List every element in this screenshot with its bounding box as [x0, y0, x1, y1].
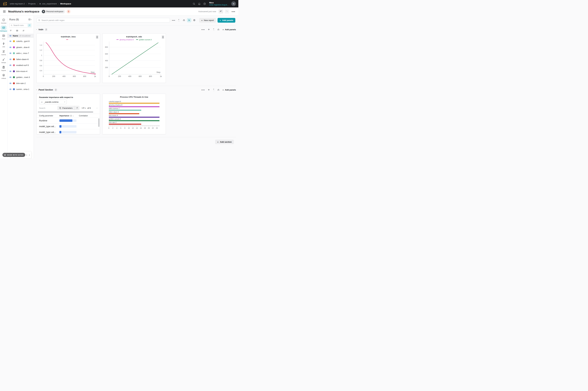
run-row[interactable]: exalted-surf-5: [7, 62, 34, 68]
visibility-eye-icon[interactable]: [9, 40, 11, 42]
run-row[interactable]: summ...sma-1: [7, 86, 34, 92]
add-panels-label: Add panels: [222, 19, 233, 21]
sort-desc-icon: ↓: [73, 115, 74, 117]
chevron-left-icon[interactable]: ‹: [26, 153, 27, 156]
visibility-eye-icon[interactable]: [9, 82, 11, 85]
sidebar-item-artifacts[interactable]: Artifacts: [0, 73, 7, 79]
group-list-icon[interactable]: [16, 29, 18, 32]
run-row[interactable]: glowin...dow-8: [7, 44, 34, 50]
user-org-link[interactable]: smle-registries-bug-b...: [209, 4, 229, 6]
section-add-panels-button[interactable]: + Add panels: [222, 89, 236, 91]
settings-gear-icon[interactable]: ⚙: [192, 18, 196, 22]
help-icon[interactable]: [203, 2, 206, 5]
visibility-eye-icon[interactable]: [9, 76, 11, 78]
vertical-scrollbar[interactable]: [98, 118, 100, 127]
clear-workspace-button[interactable]: [67, 9, 71, 13]
page-range-selector[interactable]: 1-9 ▼: [82, 107, 86, 109]
scrollbar-thumb[interactable]: [38, 111, 93, 112]
x-axis-settings-icon[interactable]: x→: [213, 28, 214, 31]
chevron-left-icon[interactable]: ‹: [97, 106, 98, 109]
runs-column-name: Name: [13, 35, 18, 37]
run-row[interactable]: wild-c...mos-7: [7, 50, 34, 56]
axis-tick: [109, 126, 109, 127]
drag-handle[interactable]: [162, 35, 164, 39]
more-options-icon[interactable]: ●●●: [201, 89, 205, 91]
more-options-icon[interactable]: ●●●: [171, 18, 176, 22]
run-name: summ...sma-1: [16, 88, 29, 90]
visibility-eye-icon[interactable]: [9, 46, 11, 48]
panel-search-input[interactable]: [41, 19, 168, 21]
importance-row: model_type.val...: [37, 123, 100, 129]
hamburger-menu-icon[interactable]: [3, 10, 6, 12]
drag-handle[interactable]: [96, 35, 99, 39]
collapse-section-icon[interactable]: ›: [36, 90, 38, 90]
redo-button[interactable]: ↷: [225, 9, 229, 13]
filter-icon[interactable]: [9, 29, 12, 32]
run-row[interactable]: golden...nset-3: [7, 74, 34, 80]
parameters-label: Parameters: [62, 107, 73, 109]
visibility-eye-icon[interactable]: [9, 58, 11, 60]
wandb-logo-icon[interactable]: [2, 1, 7, 6]
legend-entry[interactable]: glowing-shadow-8: [117, 39, 134, 41]
collapse-section-icon[interactable]: ›: [36, 29, 38, 30]
workspace-selector[interactable]: N Personal workspace: [41, 9, 65, 13]
importance-heading: Parameter importance with respect to: [37, 94, 100, 98]
magic-wand-button[interactable]: [75, 106, 80, 110]
run-row[interactable]: trim-moon-4: [7, 68, 34, 74]
visibility-eye-icon[interactable]: [9, 64, 11, 66]
new-report-button[interactable]: + New report: [199, 18, 216, 23]
visibility-eye-icon[interactable]: [9, 88, 11, 90]
sidebar-item-automat[interactable]: Automat.: [0, 49, 7, 55]
visibility-eye-icon[interactable]: [9, 52, 11, 54]
x-axis-settings-icon[interactable]: x→: [177, 18, 181, 22]
notifications-bell-icon[interactable]: [198, 2, 201, 5]
section-add-panels-button[interactable]: + Add panels: [222, 28, 236, 31]
sidebar-item-jobs[interactable]: Jobs: [0, 41, 7, 48]
smoothing-iron-icon[interactable]: [182, 18, 186, 22]
sidebar-item-runs[interactable]: Runs: [0, 33, 7, 40]
expand-runs-icon[interactable]: ›: [31, 18, 32, 21]
runs-table-toggle-icon[interactable]: [28, 18, 31, 21]
breadcrumb-project[interactable]: zoo_experiment: [39, 2, 57, 5]
sidebar-item-reports[interactable]: Reports: [0, 65, 7, 71]
breadcrumb-workspace[interactable]: Workspace: [60, 2, 71, 5]
visibility-eye-icon[interactable]: [9, 35, 11, 37]
sidebar-item-sweeps[interactable]: Sweeps: [0, 57, 7, 63]
sparkle-icon[interactable]: [208, 28, 210, 31]
legend-entry[interactable]: : -: [66, 39, 70, 40]
page-total: of 9: [87, 107, 91, 109]
axis-tick-label: 2: [112, 127, 113, 129]
runs-search-input[interactable]: [13, 24, 27, 26]
more-options-icon[interactable]: ●●●: [232, 11, 235, 12]
avatar[interactable]: N: [231, 1, 236, 6]
legend-entry[interactable]: golden-sunset-3: [136, 39, 152, 41]
outliers-scatter-icon[interactable]: [187, 18, 191, 22]
metric-dropdown[interactable]: _wandb.runtime ›: [39, 100, 67, 104]
run-row[interactable]: colorfu...gurt-9: [7, 38, 34, 44]
breadcrumb-team[interactable]: smle-reg-team-2: [10, 2, 25, 5]
importance-search-input[interactable]: Search: [39, 107, 57, 109]
search-icon[interactable]: [193, 2, 195, 5]
run-row[interactable]: trim-rain-2: [7, 80, 34, 87]
breadcrumb-projects[interactable]: Projects: [28, 2, 36, 5]
sort-icon[interactable]: [22, 29, 25, 32]
visibility-eye-icon[interactable]: [9, 70, 11, 73]
sidebar-item-overview[interactable]: Overview: [0, 18, 7, 24]
smoothing-iron-icon[interactable]: [217, 28, 220, 31]
run-row[interactable]: fallen-dawn-6: [7, 56, 34, 62]
add-panels-button[interactable]: + Add panels: [218, 18, 235, 23]
runs-panel: Runs (9) › .*: [7, 16, 34, 158]
sidebar-item-workspace[interactable]: Workspace: [0, 25, 7, 32]
undo-button[interactable]: ↶: [219, 9, 223, 13]
add-section-button[interactable]: + Add section: [215, 140, 234, 144]
chart-title: train/epoch_ndx: [103, 36, 166, 38]
parameters-button[interactable]: Parameters: [57, 106, 80, 110]
column-importance[interactable]: Importance ↓: [59, 115, 79, 117]
x-axis-settings-icon[interactable]: x→: [213, 89, 214, 91]
user-menu[interactable]: Nico smle-registries-bug-b...: [209, 1, 229, 6]
sparkle-icon[interactable]: [208, 89, 210, 91]
regex-toggle[interactable]: .*: [28, 24, 31, 27]
more-options-icon[interactable]: ●●●: [201, 29, 205, 30]
smoothing-iron-icon[interactable]: [217, 89, 220, 91]
chevron-right-icon[interactable]: ›: [29, 153, 30, 156]
